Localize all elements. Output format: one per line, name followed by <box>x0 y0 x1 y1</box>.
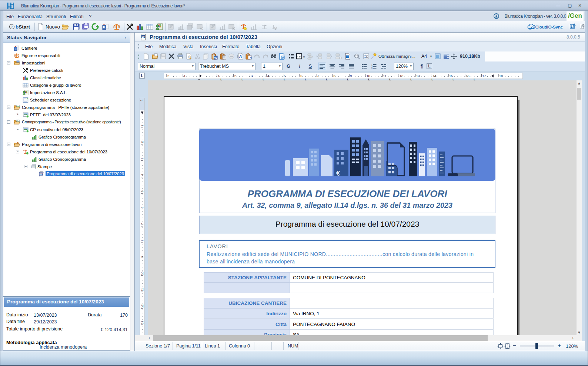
svg-text:14: 14 <box>432 74 436 78</box>
svg-text:11: 11 <box>141 288 144 291</box>
svg-text:18: 18 <box>499 74 503 78</box>
svg-text:12: 12 <box>141 304 144 307</box>
svg-text:A: A <box>250 56 252 59</box>
svg-text:1: 1 <box>218 74 220 78</box>
svg-text:2: 2 <box>234 74 236 78</box>
svg-text:15: 15 <box>449 74 453 78</box>
svg-text:€: € <box>336 170 340 177</box>
svg-text:2: 2 <box>167 74 169 78</box>
svg-text:1: 1 <box>140 99 143 101</box>
svg-text:11: 11 <box>383 74 387 78</box>
svg-text:10: 10 <box>367 74 370 78</box>
svg-text:4: 4 <box>267 74 269 78</box>
svg-text:8: 8 <box>334 74 335 78</box>
svg-text:9: 9 <box>350 74 352 78</box>
svg-text:12: 12 <box>400 74 403 78</box>
svg-text:13: 13 <box>141 321 144 324</box>
svg-text:10: 10 <box>141 272 144 275</box>
svg-text:17: 17 <box>482 74 486 78</box>
svg-text:5: 5 <box>284 74 286 78</box>
svg-text:1: 1 <box>184 74 186 78</box>
svg-text:13: 13 <box>416 74 420 78</box>
svg-text:A: A <box>239 54 242 59</box>
svg-text:16: 16 <box>466 74 470 78</box>
svg-text:W: W <box>142 35 145 39</box>
svg-text:6: 6 <box>300 74 302 78</box>
svg-text:3: 3 <box>251 74 253 78</box>
svg-text:3: 3 <box>371 67 372 69</box>
svg-text:7: 7 <box>317 74 319 78</box>
svg-text:W: W <box>214 56 217 60</box>
